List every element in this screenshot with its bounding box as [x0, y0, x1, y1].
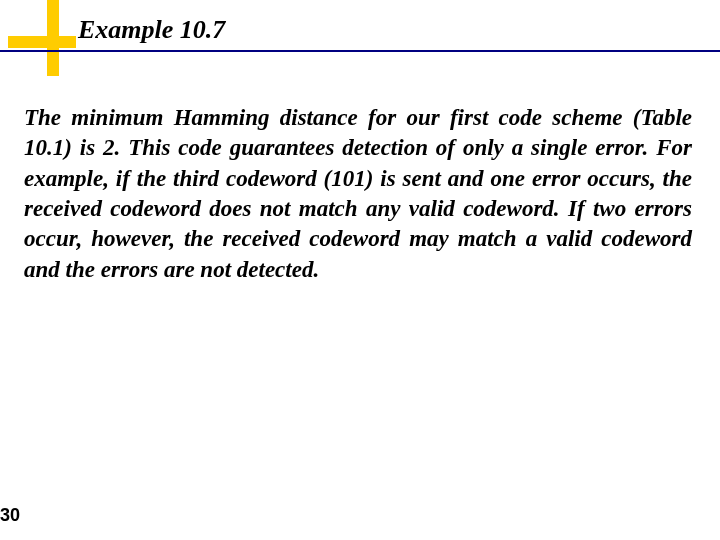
page-number: 30 [0, 505, 20, 526]
title-area: Example 10.7 [78, 14, 700, 45]
body-text: The minimum Hamming distance for our fir… [24, 103, 692, 285]
slide: Example 10.7 The minimum Hamming distanc… [0, 0, 720, 540]
body-area: The minimum Hamming distance for our fir… [24, 103, 692, 285]
slide-title: Example 10.7 [78, 14, 700, 45]
title-bullet-horizontal [8, 36, 76, 48]
title-underline [0, 50, 720, 52]
